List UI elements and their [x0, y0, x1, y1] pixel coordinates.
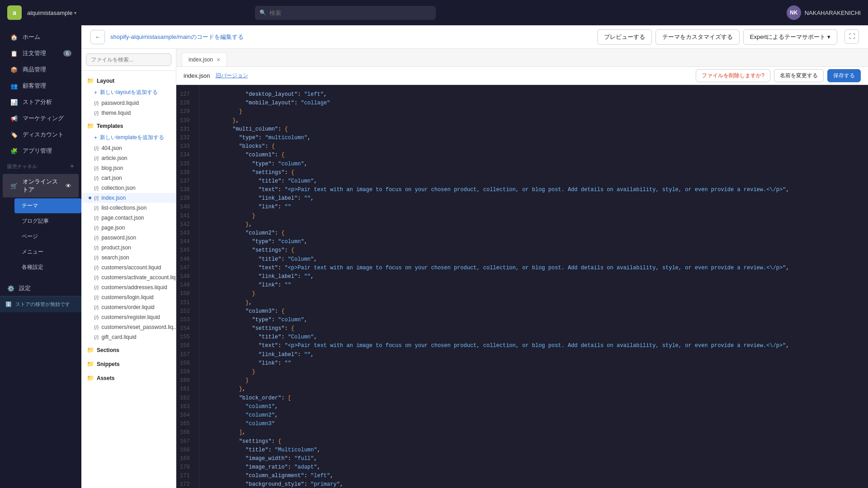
json-file-icon: {/}: [94, 175, 99, 181]
preview-button[interactable]: プレビューする: [597, 29, 652, 45]
user-menu[interactable]: NK NAKAHARAKENICHI: [787, 5, 861, 20]
sidebar-item-customers[interactable]: 👥 顧客管理: [3, 78, 79, 94]
file-collection-json[interactable]: {/} collection.json: [81, 183, 176, 193]
add-layout-link[interactable]: + 新しいlayoutを追加する: [81, 87, 176, 98]
templates-section-header[interactable]: 📁 Templates: [81, 120, 176, 132]
templates-label: Templates: [97, 123, 123, 129]
liquid-file-icon: {/}: [94, 334, 99, 340]
add-template-link[interactable]: + 新しいtemplateを追加する: [81, 132, 176, 143]
save-button[interactable]: 保存する: [827, 69, 861, 82]
liquid-file-icon: {/}: [94, 295, 99, 300]
file-article-json[interactable]: {/} article.json: [81, 153, 176, 163]
chevron-down-icon: ▾: [74, 10, 76, 15]
file-product-json[interactable]: {/} product.json: [81, 243, 176, 253]
file-search-input[interactable]: [86, 53, 171, 66]
menu-label: メニュー: [22, 248, 43, 256]
main-layout: 🏠 ホーム 📋 注文管理 6 📦 商品管理 👥 顧客管理 📊 ストア分析 📢 マ…: [0, 25, 868, 488]
sidebar-label-products: 商品管理: [23, 66, 46, 74]
editor-title: shopify-alquimistasample/mainのコードを編集する: [110, 33, 244, 41]
sidebar-item-online-store[interactable]: 🛒 オンラインストア 👁: [3, 174, 79, 197]
sidebar-item-marketing[interactable]: 📢 マーケティング: [3, 111, 79, 126]
snippets-header[interactable]: 📁 Snippets: [81, 358, 176, 370]
layout-label: Layout: [97, 78, 114, 84]
file-404-json[interactable]: {/} 404.json: [81, 143, 176, 153]
code-content[interactable]: 1271281291301311321331341351361371381391…: [176, 85, 868, 488]
close-tab-icon[interactable]: ×: [217, 56, 220, 63]
file-page-json[interactable]: {/} page.json: [81, 223, 176, 233]
file-gift-card[interactable]: {/} gift_card.liquid: [81, 332, 176, 342]
json-file-icon: {/}: [94, 235, 99, 240]
sidebar-item-analytics[interactable]: 📊 ストア分析: [3, 94, 79, 110]
shopify-logo: a: [7, 5, 22, 20]
topbar: a alquimistasample ▾ 🔍 NK NAKAHARAKENICH…: [0, 0, 868, 25]
file-password-json[interactable]: {/} password.json: [81, 233, 176, 243]
layout-section-header[interactable]: 📁 Layout: [81, 75, 176, 87]
add-channel-icon[interactable]: +: [70, 163, 74, 170]
customize-button[interactable]: テーマをカスタマイズする: [656, 29, 740, 45]
file-list-collections-json[interactable]: {/} list-collections.json: [81, 203, 176, 213]
file-customers-addresses[interactable]: {/} customers/addresses.liquid: [81, 282, 176, 292]
add-icon: +: [94, 89, 97, 96]
store-name: alquimistasample: [27, 9, 72, 16]
json-file-icon: {/}: [94, 145, 99, 151]
file-customers-reset[interactable]: {/} customers/reset_password.liq...: [81, 322, 176, 332]
code-toolbar-actions: ファイルを削除しますか? 名前を変更する 保存する: [696, 69, 861, 82]
version-link[interactable]: 旧バージョン: [216, 72, 248, 80]
sidebar-item-discounts[interactable]: 🏷️ ディスカウント: [3, 127, 79, 142]
sidebar-item-theme[interactable]: テーマ: [14, 198, 81, 213]
sidebar-item-pages[interactable]: ページ: [14, 229, 81, 244]
file-customers-login[interactable]: {/} customers/login.liquid: [81, 292, 176, 302]
rename-file-button[interactable]: 名前を変更する: [774, 69, 824, 82]
json-file-icon: {/}: [94, 185, 99, 191]
sidebar-item-settings[interactable]: ⚙️ 設定: [0, 281, 81, 296]
file-search-json[interactable]: {/} search.json: [81, 253, 176, 263]
sidebar-item-apps[interactable]: 🧩 アプリ管理: [3, 143, 79, 159]
liquid-file-icon: {/}: [94, 275, 99, 280]
folder-icon: 📁: [87, 77, 94, 84]
folder-icon: 📁: [87, 361, 94, 367]
settings-sub-label: 各種設定: [22, 263, 43, 271]
sidebar-item-home[interactable]: 🏠 ホーム: [3, 29, 79, 45]
expert-button[interactable]: Expertによるテーマサポート ▾: [743, 29, 837, 45]
sidebar-item-settings-sub[interactable]: 各種設定: [14, 260, 81, 275]
apps-icon: 🧩: [10, 147, 18, 155]
back-button[interactable]: ←: [90, 30, 105, 44]
file-theme-liquid[interactable]: {/} theme.liquid: [81, 108, 176, 118]
liquid-file-icon: {/}: [94, 100, 99, 106]
breadcrumb-path: shopify-alquimistasample/main: [110, 33, 191, 40]
templates-section: 📁 Templates + 新しいtemplateを追加する {/} 404.j…: [81, 120, 176, 342]
file-password-liquid[interactable]: {/} password.liquid: [81, 98, 176, 108]
file-page-contact-json[interactable]: {/} page.contact.json: [81, 213, 176, 223]
assets-header[interactable]: 📁 Assets: [81, 372, 176, 384]
code-tab-index-json[interactable]: index.json ×: [182, 52, 227, 66]
file-customers-activate[interactable]: {/} customers/activate_account.liq...: [81, 272, 176, 282]
search-input[interactable]: [255, 6, 436, 20]
sidebar-label-discounts: ディスカウント: [23, 131, 64, 139]
delete-file-button[interactable]: ファイルを削除しますか?: [696, 69, 770, 82]
layout-section: 📁 Layout + 新しいlayoutを追加する {/} password.l…: [81, 75, 176, 118]
file-cart-json[interactable]: {/} cart.json: [81, 173, 176, 183]
fullscreen-button[interactable]: ⛶: [844, 29, 859, 44]
sidebar-item-menu[interactable]: メニュー: [14, 244, 81, 259]
visibility-icon[interactable]: 👁: [66, 183, 71, 189]
products-icon: 📦: [10, 66, 18, 74]
online-store-icon: 🛒: [10, 182, 18, 190]
file-customers-register[interactable]: {/} customers/register.liquid: [81, 312, 176, 322]
sidebar-item-blog[interactable]: ブログ記事: [14, 214, 81, 229]
logo-text: a: [13, 9, 16, 16]
add-icon: +: [94, 135, 97, 141]
store-selector[interactable]: alquimistasample ▾: [27, 9, 76, 16]
json-file-icon: {/}: [94, 155, 99, 161]
file-blog-json[interactable]: {/} blog.json: [81, 163, 176, 173]
sidebar-item-orders[interactable]: 📋 注文管理 6: [3, 46, 79, 61]
file-index-json[interactable]: {/} index.json: [81, 193, 176, 203]
sections-section: 📁 Sections: [81, 344, 176, 356]
file-customers-account[interactable]: {/} customers/account.liquid: [81, 263, 176, 272]
sidebar-label-home: ホーム: [23, 33, 40, 41]
search-icon: 🔍: [259, 9, 266, 16]
file-customers-order[interactable]: {/} customers/order.liquid: [81, 302, 176, 312]
sidebar-item-products[interactable]: 📦 商品管理: [3, 62, 79, 77]
active-dot: [89, 197, 91, 199]
sections-header[interactable]: 📁 Sections: [81, 344, 176, 356]
marketing-icon: 📢: [10, 114, 18, 122]
